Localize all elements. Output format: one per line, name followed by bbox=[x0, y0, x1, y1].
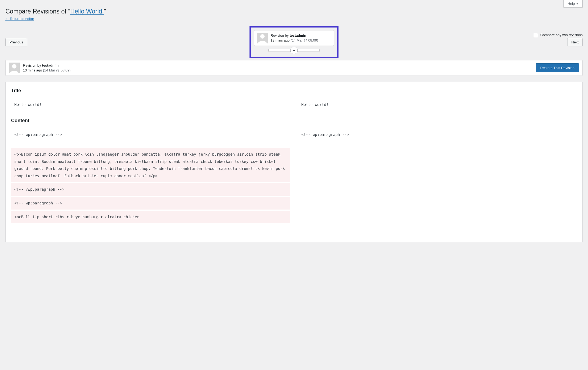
user-icon bbox=[9, 63, 20, 73]
page-title: Compare Revisions of “Hello World!” bbox=[5, 8, 583, 16]
revision-time: 13 mins ago (14 Mar @ 08:09) bbox=[271, 38, 318, 43]
content-removed-block: <!-- wp:paragraph --> bbox=[11, 197, 290, 210]
revision-slider[interactable]: ◂▸ bbox=[254, 49, 334, 52]
page-title-prefix: Compare Revisions of “ bbox=[5, 8, 70, 15]
revision-meta-bar: Revision by testadmin 13 mins ago (14 Ma… bbox=[5, 60, 583, 76]
compare-two-checkbox[interactable] bbox=[534, 33, 538, 37]
compare-two-label: Compare any two revisions bbox=[540, 33, 583, 37]
help-label: Help bbox=[568, 2, 575, 6]
title-section-heading: Title bbox=[11, 88, 577, 94]
compare-two-checkbox-label[interactable]: Compare any two revisions bbox=[534, 33, 583, 37]
content-removed-block: <!-- /wp:paragraph --> bbox=[11, 183, 290, 196]
revision-time: 13 mins ago (14 Mar @ 08:09) bbox=[23, 68, 71, 73]
content-removed-block: <p>Bacon ipsum dolor amet pork loin land… bbox=[11, 148, 290, 182]
svg-point-0 bbox=[260, 34, 265, 39]
slider-handle[interactable]: ◂▸ bbox=[290, 47, 298, 54]
return-to-editor-link[interactable]: ← Return to editor bbox=[5, 17, 34, 21]
content-new-line: <!-- wp:paragraph --> bbox=[298, 128, 577, 141]
title-old: Hello World! bbox=[11, 98, 290, 111]
revision-by-line: Revision by testadmin bbox=[271, 33, 318, 38]
revision-author: testadmin bbox=[42, 63, 59, 67]
avatar bbox=[257, 33, 268, 43]
revision-author: testadmin bbox=[290, 33, 306, 37]
content-old-line: <!-- wp:paragraph --> bbox=[11, 128, 290, 141]
page-title-suffix: ” bbox=[104, 8, 106, 15]
revision-tooltip: Revision by testadmin 13 mins ago (14 Ma… bbox=[249, 26, 339, 58]
user-icon bbox=[257, 33, 268, 43]
title-new: Hello World! bbox=[298, 98, 577, 111]
revision-card: Revision by testadmin 13 mins ago (14 Ma… bbox=[254, 30, 334, 46]
revision-by-line: Revision by testadmin bbox=[23, 63, 71, 68]
content-removed-block: <p>Ball tip short ribs ribeye hamburger … bbox=[11, 211, 290, 223]
page-title-link[interactable]: Hello World! bbox=[70, 8, 104, 15]
previous-button[interactable]: Previous bbox=[5, 38, 27, 46]
chevron-down-icon: ▼ bbox=[576, 2, 579, 5]
restore-revision-button[interactable]: Restore This Revision bbox=[536, 63, 579, 72]
help-tab[interactable]: Help ▼ bbox=[563, 0, 583, 8]
diff-panel: Title Hello World! Hello World! Content … bbox=[5, 82, 583, 242]
content-section-heading: Content bbox=[11, 118, 577, 124]
next-button[interactable]: Next bbox=[567, 38, 583, 46]
avatar bbox=[9, 63, 20, 73]
svg-point-1 bbox=[12, 64, 16, 68]
